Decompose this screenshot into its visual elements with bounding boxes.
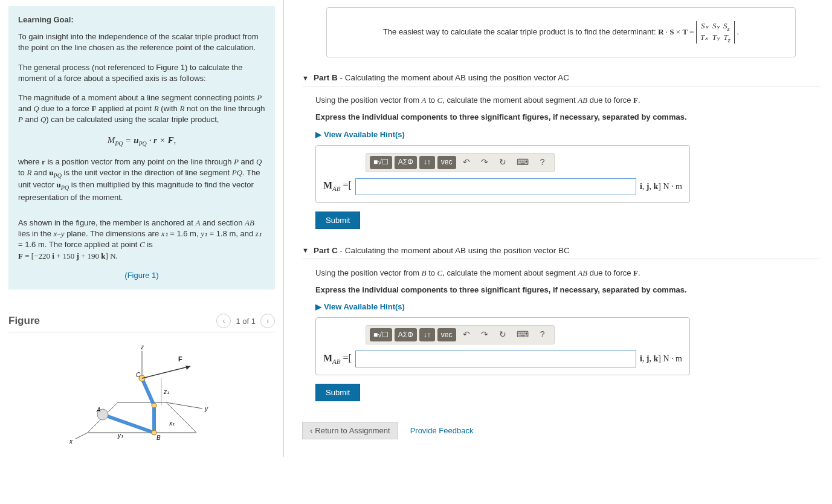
svg-text:F: F (178, 355, 182, 363)
part-c-body: Using the position vector from B to C, c… (302, 259, 820, 408)
part-b-submit-button[interactable]: Submit (315, 212, 360, 229)
svg-text:C: C (136, 372, 141, 378)
part-b-answer-input[interactable] (355, 178, 636, 195)
figure-title: Figure (8, 315, 40, 327)
goal-p5: As shown in the figure, the member is an… (18, 218, 265, 262)
return-to-assignment-button[interactable]: ‹ Return to Assignment (302, 422, 398, 439)
keyboard-button[interactable]: ⌨ (513, 328, 532, 341)
svg-text:B: B (156, 435, 161, 441)
part-b-question: Using the position vector from A to C, c… (315, 95, 820, 106)
pager-next-button[interactable]: › (260, 314, 275, 328)
goal-p3: The magnitude of a moment about a line s… (18, 92, 265, 126)
part-b-toolbar: ■√☐ ΑΣΦ ↓↑ vec ↶ ↷ ↻ ⌨ ? (366, 153, 555, 172)
moment-formula: MPQ = uPQ · r × F, (18, 134, 265, 148)
help-button[interactable]: ? (535, 156, 550, 169)
svg-point-14 (152, 430, 156, 435)
learning-goal-heading: Learning Goal: (18, 15, 265, 25)
greek-button[interactable]: ΑΣΦ (395, 328, 417, 341)
part-c-unit: i, j, k] N · m (640, 353, 682, 365)
part-c-lhs: MAB =[ (323, 352, 352, 367)
part-c-hints-toggle[interactable]: ▶ View Available Hint(s) (315, 302, 820, 312)
pager-prev-button[interactable]: ‹ (216, 314, 231, 328)
part-b-lhs: MAB =[ (323, 179, 352, 194)
part-b-body: Using the position vector from A to C, c… (302, 86, 820, 235)
subscript-button[interactable]: ↓↑ (419, 156, 435, 169)
reset-button[interactable]: ↻ (495, 328, 511, 341)
svg-point-15 (152, 403, 156, 408)
caret-right-icon: ▶ (315, 302, 321, 312)
part-c-header[interactable]: ▼ Part C - Calculating the moment about … (302, 241, 820, 259)
svg-text:y₁: y₁ (117, 432, 123, 439)
vec-button[interactable]: vec (437, 156, 456, 169)
part-c-question: Using the position vector from B to C, c… (315, 268, 820, 279)
part-c-answer-input[interactable] (355, 351, 636, 367)
svg-line-10 (103, 415, 154, 433)
vec-button[interactable]: vec (437, 328, 456, 341)
svg-text:A: A (96, 407, 101, 413)
part-b-answer-frame: ■√☐ ΑΣΦ ↓↑ vec ↶ ↷ ↻ ⌨ ? MAB =[ i, j, k]… (315, 145, 690, 203)
svg-line-8 (76, 433, 88, 439)
determinant-hint-box: The easiest way to calculate the scalar … (326, 7, 796, 57)
caret-right-icon: ▶ (315, 129, 321, 140)
part-b-unit: i, j, k] N · m (640, 181, 682, 193)
collapse-icon: ▼ (302, 74, 309, 82)
figure-1-image: z y x F A C B z₁ x₁ y₁ (8, 342, 275, 445)
chevron-left-icon: ‹ (310, 426, 312, 435)
goal-p4: where r is a position vector from any po… (18, 157, 265, 204)
svg-marker-18 (185, 366, 190, 370)
part-b-instructions: Express the individual components to thr… (315, 112, 820, 123)
part-c-answer-frame: ■√☐ ΑΣΦ ↓↑ vec ↶ ↷ ↻ ⌨ ? MAB =[ i, j, k]… (315, 317, 690, 375)
reset-button[interactable]: ↻ (495, 156, 511, 169)
svg-line-12 (142, 378, 154, 405)
svg-line-17 (142, 366, 190, 378)
figure-pager: ‹ 1 of 1 › (216, 314, 275, 328)
undo-button[interactable]: ↶ (459, 156, 474, 169)
part-c-instructions: Express the individual components to thr… (315, 285, 820, 296)
template-button[interactable]: ■√☐ (370, 156, 392, 169)
svg-text:z: z (140, 344, 144, 351)
svg-text:y: y (204, 405, 208, 412)
undo-button[interactable]: ↶ (459, 328, 474, 341)
svg-text:z₁: z₁ (163, 389, 169, 395)
subscript-button[interactable]: ↓↑ (419, 328, 435, 341)
svg-text:x₁: x₁ (169, 420, 175, 427)
goal-p1: To gain insight into the independence of… (18, 31, 265, 53)
part-b-hints-toggle[interactable]: ▶ View Available Hint(s) (315, 129, 820, 140)
help-button[interactable]: ? (535, 328, 550, 341)
goal-p2: The general process (not referenced to F… (18, 62, 265, 84)
figure-1-link[interactable]: (Figure 1) (18, 270, 265, 281)
part-c-submit-button[interactable]: Submit (315, 384, 360, 401)
collapse-icon: ▼ (302, 247, 309, 254)
pager-label: 1 of 1 (236, 317, 256, 326)
part-c-toolbar: ■√☐ ΑΣΦ ↓↑ vec ↶ ↷ ↻ ⌨ ? (366, 325, 555, 344)
learning-goal-box: Learning Goal: To gain insight into the … (8, 6, 275, 289)
greek-button[interactable]: ΑΣΦ (395, 156, 417, 169)
redo-button[interactable]: ↷ (477, 328, 492, 341)
svg-text:x: x (69, 438, 73, 445)
redo-button[interactable]: ↷ (477, 156, 492, 169)
template-button[interactable]: ■√☐ (370, 328, 392, 341)
provide-feedback-link[interactable]: Provide Feedback (410, 426, 474, 435)
part-b-header[interactable]: ▼ Part B - Calculating the moment about … (302, 68, 820, 86)
keyboard-button[interactable]: ⌨ (513, 156, 532, 169)
